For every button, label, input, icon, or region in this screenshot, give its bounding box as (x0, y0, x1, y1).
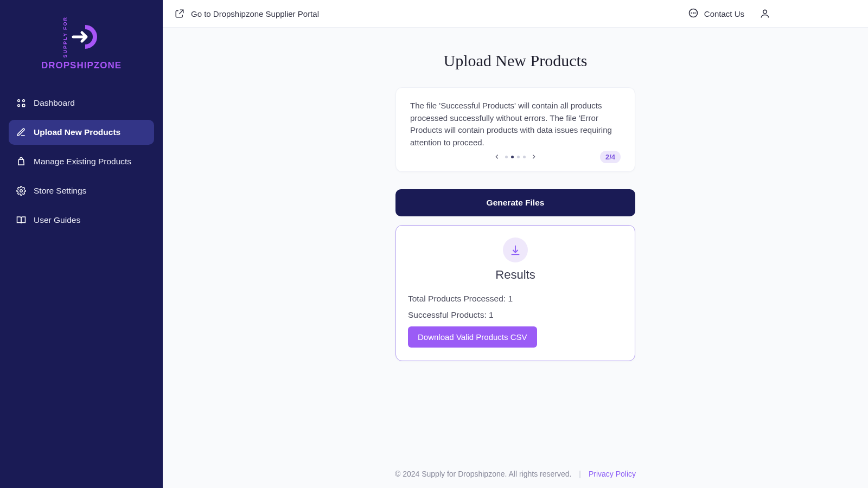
grid-icon (16, 98, 26, 108)
chevron-right-icon[interactable] (530, 153, 538, 160)
contact-us-label: Contact Us (704, 9, 744, 18)
sidebar-item-manage-existing-products[interactable]: Manage Existing Products (9, 149, 154, 174)
step-dots (505, 156, 526, 158)
results-title: Results (408, 268, 623, 282)
results-success-label: Successful Products: (408, 310, 489, 319)
topbar: Go to Dropshipzone Supplier Portal Conta… (163, 0, 868, 28)
results-card: Results Total Products Processed: 1 Succ… (395, 225, 635, 361)
sidebar-item-dashboard[interactable]: Dashboard (9, 91, 154, 115)
brand-glyph-icon (69, 25, 100, 49)
sidebar-item-label: Manage Existing Products (34, 157, 131, 166)
portal-link-label: Go to Dropshipzone Supplier Portal (191, 9, 319, 18)
stepper: 2/4 (410, 153, 621, 160)
svg-point-4 (20, 189, 23, 192)
sidebar-item-store-settings[interactable]: Store Settings (9, 178, 154, 203)
brand-name-text: DROPSHIPZONE (41, 60, 122, 71)
page-title: Upload New Products (444, 52, 588, 70)
brand-supply-text: SUPPLY FOR (62, 16, 68, 58)
svg-point-1 (23, 99, 25, 101)
step-dot (505, 156, 508, 158)
download-icon (503, 237, 528, 262)
sidebar: SUPPLY FOR DROPSHIPZONE Dashboard Up (0, 0, 163, 488)
info-card: The file 'Successful Products' will cont… (395, 87, 635, 172)
user-icon[interactable] (760, 8, 770, 19)
bag-icon (16, 157, 26, 166)
chevron-left-icon[interactable] (493, 153, 501, 160)
contact-us-link[interactable]: Contact Us (688, 8, 744, 20)
book-icon (16, 215, 26, 225)
sidebar-item-label: User Guides (34, 215, 80, 225)
results-total-value: 1 (508, 294, 513, 303)
portal-link[interactable]: Go to Dropshipzone Supplier Portal (175, 9, 319, 18)
generate-files-button[interactable]: Generate Files (395, 189, 635, 216)
privacy-policy-link[interactable]: Privacy Policy (589, 470, 636, 478)
sidebar-item-user-guides[interactable]: User Guides (9, 208, 154, 233)
footer: © 2024 Supply for Dropshipzone. All righ… (163, 460, 868, 488)
brand-logo: SUPPLY FOR DROPSHIPZONE (9, 16, 154, 71)
svg-point-9 (763, 10, 767, 14)
svg-point-8 (695, 12, 695, 13)
content: Upload New Products The file 'Successful… (163, 28, 868, 460)
main: Go to Dropshipzone Supplier Portal Conta… (163, 0, 868, 488)
step-dot (523, 156, 526, 158)
results-total-line: Total Products Processed: 1 (408, 294, 623, 304)
sidebar-item-label: Upload New Products (34, 127, 120, 137)
step-dot-active (511, 156, 514, 158)
info-text: The file 'Successful Products' will cont… (410, 100, 621, 149)
sidebar-nav: Dashboard Upload New Products Manage Exi… (9, 91, 154, 233)
results-success-value: 1 (489, 310, 494, 319)
sidebar-item-upload-new-products[interactable]: Upload New Products (9, 120, 154, 145)
svg-point-7 (693, 12, 693, 13)
svg-point-0 (18, 99, 20, 101)
gear-icon (16, 186, 26, 196)
chat-icon (688, 8, 699, 20)
step-dot (517, 156, 520, 158)
svg-rect-3 (22, 104, 25, 107)
svg-point-2 (18, 104, 20, 106)
edit-icon (16, 127, 26, 137)
step-badge: 2/4 (600, 151, 621, 163)
footer-separator: | (579, 470, 581, 478)
svg-point-6 (691, 12, 692, 13)
results-success-line: Successful Products: 1 (408, 310, 623, 320)
sidebar-item-label: Store Settings (34, 186, 86, 196)
search-pill[interactable] (786, 5, 856, 22)
download-valid-csv-button[interactable]: Download Valid Products CSV (408, 326, 537, 348)
footer-copyright: © 2024 Supply for Dropshipzone. All righ… (395, 470, 572, 478)
external-link-icon (175, 9, 184, 18)
sidebar-item-label: Dashboard (34, 98, 75, 108)
results-total-label: Total Products Processed: (408, 294, 508, 303)
